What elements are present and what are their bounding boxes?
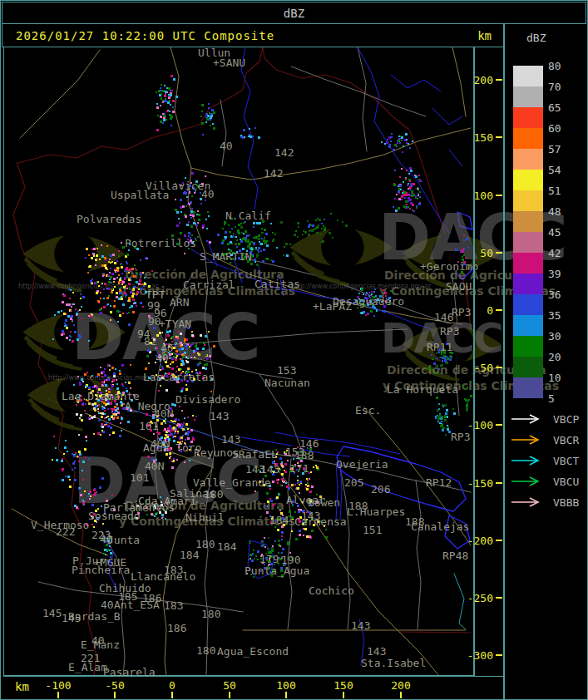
legend-item: VBCP — [510, 412, 588, 426]
colorbar-threshold-label: 42 — [548, 247, 561, 259]
y-axis-tick — [496, 136, 502, 138]
vector-arrow-icon — [510, 414, 543, 424]
y-axis-tick-label: -250 — [465, 592, 493, 604]
y-axis-tick — [496, 195, 502, 196]
y-axis-tick-label: -150 — [465, 477, 493, 490]
colorbar-block — [513, 336, 543, 357]
colorbar-threshold-label: 45 — [548, 226, 561, 239]
x-axis-tick-label: -50 — [96, 679, 133, 692]
legend-item-label: VBCR — [553, 434, 579, 446]
vector-arrow-icon — [510, 476, 543, 486]
x-axis-tick-label: 100 — [268, 679, 304, 692]
colorbar-threshold-label: 48 — [548, 205, 561, 218]
timestamp-label: 2026/01/27 10:22:00 UTC Composite — [16, 29, 274, 42]
y-axis-tick — [496, 79, 502, 81]
y-axis-tick — [496, 309, 502, 311]
y-axis-tick — [496, 540, 502, 541]
colorbar-title: dBZ — [526, 32, 546, 44]
header-bar: 2026/01/27 10:22:00 UTC Composite km — [2, 23, 504, 47]
x-axis-tick-label: 50 — [211, 679, 248, 692]
colorbar-threshold-label: 65 — [548, 101, 561, 114]
y-axis-tick-label: -100 — [465, 419, 493, 431]
x-axis-tick — [57, 692, 59, 698]
colorbar-block — [513, 357, 543, 377]
colorbar-threshold-label: 70 — [548, 81, 561, 93]
y-axis-tick — [496, 482, 502, 484]
colorbar-block — [513, 377, 543, 398]
legend-item: VBCR — [510, 433, 588, 446]
x-axis-tick — [171, 692, 173, 698]
colorbar-threshold-label: 54 — [548, 164, 561, 176]
y-axis-tick — [496, 654, 502, 656]
y-axis-tick-label: 150 — [465, 131, 493, 144]
vector-arrow-icon — [510, 456, 543, 466]
x-axis-tick-label: 0 — [154, 679, 190, 692]
colorbar-threshold-label: 30 — [548, 330, 561, 343]
colorbar-threshold-label: 10 — [548, 372, 561, 384]
y-axis-tick — [496, 367, 502, 368]
x-axis-tick-label: 150 — [325, 679, 362, 692]
legend-item-label: VBCP — [553, 413, 579, 426]
colorbar-threshold-label: 20 — [548, 351, 561, 363]
y-axis-tick-label: 100 — [465, 190, 493, 202]
colorbar-block — [513, 86, 543, 107]
outer-border-top — [0, 0, 588, 1]
colorbar-threshold-label: 35 — [548, 309, 561, 322]
y-axis-tick-label: 50 — [465, 247, 493, 259]
x-axis-tick-label: -100 — [40, 679, 77, 692]
colorbar-block — [513, 232, 543, 253]
title-bar: dBZ — [2, 2, 586, 24]
colorbar-panel: dBZ 807065605754514845423936353020105 VB… — [505, 23, 588, 700]
legend-item: VBBB — [510, 495, 588, 509]
colorbar-threshold-label: 80 — [548, 60, 561, 72]
legend-item-label: VBCT — [553, 455, 579, 467]
y-axis-tick — [496, 424, 502, 426]
x-axis-unit-label: km — [15, 680, 29, 693]
colorbar-block — [513, 294, 543, 315]
y-axis-tick-label: -200 — [465, 535, 493, 547]
colorbar-block — [513, 149, 543, 170]
vector-arrow-icon — [510, 497, 543, 507]
y-axis-unit-label: km — [477, 29, 492, 42]
colorbar-block — [513, 66, 543, 86]
y-axis-tick-label: 0 — [465, 304, 493, 317]
colorbar-block — [513, 190, 543, 211]
colorbar-threshold-label: 39 — [548, 268, 561, 280]
colorbar-block — [513, 315, 543, 336]
radar-map — [3, 47, 474, 676]
y-axis-tick-label: 200 — [465, 74, 493, 86]
legend-item: VBCU — [510, 475, 588, 488]
y-axis-tick-label: -300 — [465, 649, 493, 662]
x-axis-tick — [285, 692, 287, 698]
legend-item-label: VBBB — [553, 496, 579, 509]
x-axis-tick — [114, 692, 116, 698]
outer-border-left — [0, 0, 1, 700]
y-axis-tick-label: -50 — [465, 362, 493, 374]
colorbar-threshold-label: 60 — [548, 122, 561, 135]
page-title: dBZ — [284, 7, 304, 20]
colorbar-block — [513, 211, 543, 232]
colorbar-block — [513, 128, 543, 149]
radar-composite-screen: dBZ 2026/01/27 10:22:00 UTC Composite km — [0, 0, 588, 700]
legend-item: VBCT — [510, 454, 588, 467]
colorbar-threshold-label: 51 — [548, 185, 561, 197]
colorbar-block — [513, 170, 543, 190]
map-bottom-border — [3, 676, 505, 677]
x-axis-tick-label: 200 — [383, 679, 419, 692]
x-axis-tick — [400, 692, 402, 698]
colorbar-block — [513, 107, 543, 128]
colorbar-threshold-label: 36 — [548, 288, 561, 301]
colorbar-threshold-label: 5 — [548, 392, 555, 405]
colorbar-block — [513, 253, 543, 274]
x-axis-tick — [229, 692, 230, 698]
legend-item-label: VBCU — [553, 476, 579, 488]
x-axis-tick — [343, 692, 344, 698]
y-axis-tick — [496, 597, 502, 599]
colorbar-threshold-label: 57 — [548, 143, 561, 155]
colorbar-block — [513, 274, 543, 294]
vector-arrow-icon — [510, 435, 543, 445]
y-axis-tick — [496, 252, 502, 254]
